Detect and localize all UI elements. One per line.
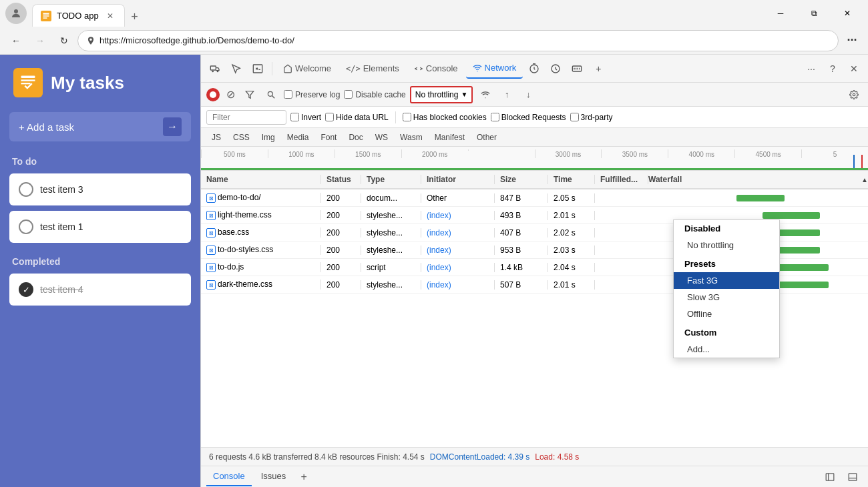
row-time: 2.02 s xyxy=(548,228,595,237)
tab-close-button[interactable]: ✕ xyxy=(104,10,116,22)
resource-type-font[interactable]: Font xyxy=(315,131,342,143)
add-tools-button[interactable]: + xyxy=(588,59,608,79)
throttle-dropdown[interactable]: No throttling ▼ xyxy=(410,86,473,103)
inspect-element-button[interactable] xyxy=(226,59,246,79)
export-har-button[interactable]: ↓ xyxy=(519,86,537,103)
waterfall-sort-icon[interactable]: ▲ xyxy=(861,176,868,183)
window-controls-left xyxy=(5,3,27,24)
resource-type-doc[interactable]: Doc xyxy=(343,131,368,143)
device-emulation-button[interactable] xyxy=(205,59,225,79)
task-item[interactable]: test item 3 xyxy=(9,173,191,205)
col-header-waterfall[interactable]: Waterfall ▲ xyxy=(648,175,868,184)
col-header-time[interactable]: Time xyxy=(548,175,595,184)
console-drawer-button[interactable] xyxy=(248,59,268,79)
row-initiator: (index) xyxy=(421,263,495,272)
menu-item-add[interactable]: Add... xyxy=(674,341,779,358)
completed-task-item[interactable]: ✓ test item 4 xyxy=(9,274,191,306)
add-task-label: + Add a task xyxy=(19,121,156,133)
user-avatar[interactable] xyxy=(5,3,27,24)
col-header-status[interactable]: Status xyxy=(321,175,361,184)
active-tab[interactable]: TODO app ✕ xyxy=(32,4,125,27)
add-task-button[interactable]: + Add a task → xyxy=(9,112,191,141)
tab-network[interactable]: Network xyxy=(466,59,523,79)
task-item[interactable]: test item 1 xyxy=(9,211,191,243)
svg-rect-5 xyxy=(21,79,35,81)
record-button[interactable] xyxy=(206,88,220,101)
tab-elements[interactable]: </> Elements xyxy=(339,59,406,79)
row-file-icon: ⊠ xyxy=(206,228,216,237)
restore-button[interactable]: ⧉ xyxy=(799,3,829,24)
search-network-button[interactable] xyxy=(262,86,280,103)
resource-type-other[interactable]: Other xyxy=(471,131,502,143)
task-checkbox-1[interactable] xyxy=(19,182,33,197)
forward-button[interactable]: → xyxy=(29,30,51,51)
blocked-requests-checkbox[interactable]: Blocked Requests xyxy=(491,113,566,122)
col-header-fulfilled[interactable]: Fulfilled... xyxy=(595,175,648,184)
network-settings-button[interactable] xyxy=(845,86,863,103)
menu-item-no-throttling[interactable]: No throttling xyxy=(674,237,779,254)
row-initiator: (index) xyxy=(421,211,495,220)
memory-button[interactable] xyxy=(567,59,587,79)
bottom-tab-console[interactable]: Console xyxy=(206,468,252,486)
minimize-button[interactable]: ─ xyxy=(765,3,796,24)
preserve-log-checkbox[interactable]: Preserve log xyxy=(284,90,340,99)
invert-filter-checkbox[interactable]: Invert xyxy=(290,113,321,122)
import-har-button[interactable]: ↑ xyxy=(498,86,515,103)
resource-type-img[interactable]: Img xyxy=(256,131,280,143)
third-party-checkbox[interactable]: 3rd-party xyxy=(570,113,613,122)
tab-welcome[interactable]: Welcome xyxy=(276,59,338,79)
help-button[interactable]: ? xyxy=(823,59,843,79)
tick-4000: 4000 ms xyxy=(668,149,734,158)
tab-bar: TODO app ✕ + xyxy=(32,0,760,27)
back-button[interactable]: ← xyxy=(5,30,27,51)
dom-content-loaded-text: DOMContentLoaded: 4.39 s xyxy=(430,452,529,462)
col-header-initiator[interactable]: Initiator xyxy=(421,175,495,184)
dock-to-bottom-button[interactable] xyxy=(843,467,863,487)
has-blocked-cookies-checkbox[interactable]: Has blocked cookies xyxy=(403,113,487,122)
hide-data-url-checkbox[interactable]: Hide data URL xyxy=(325,113,389,122)
bottom-tab-issues[interactable]: Issues xyxy=(254,468,293,486)
timeline-ruler: 500 ms 1000 ms 1500 ms 2000 ms 3000 ms 3… xyxy=(201,147,868,158)
resource-type-js[interactable]: JS xyxy=(206,131,226,143)
resource-type-css[interactable]: CSS xyxy=(228,131,255,143)
menu-item-offline[interactable]: Offline xyxy=(674,306,779,322)
row-file-icon: ⊠ xyxy=(206,193,216,203)
task-checkbox-2[interactable] xyxy=(19,219,33,234)
address-bar[interactable]: https://microsoftedge.github.io/Demos/de… xyxy=(77,30,839,51)
reload-button[interactable]: ↻ xyxy=(53,30,75,51)
filter-icon-button[interactable] xyxy=(241,86,258,103)
performance-insights-button[interactable] xyxy=(524,59,544,79)
network-row[interactable]: ⊠demo-to-do/ 200 docum... Other 847 B 2.… xyxy=(201,189,868,207)
svg-line-18 xyxy=(556,69,557,70)
col-header-type[interactable]: Type xyxy=(361,175,421,184)
tab-console[interactable]: Console xyxy=(407,59,465,79)
throttle-dropdown-menu[interactable]: Disabled No throttling Presets Fast 3G S… xyxy=(673,219,780,358)
menu-item-fast-3g[interactable]: Fast 3G xyxy=(674,272,779,289)
browser-more-button[interactable]: ··· xyxy=(841,30,863,51)
undock-panel-button[interactable] xyxy=(820,467,840,487)
row-time: 2.03 s xyxy=(548,246,595,255)
row-size: 1.4 kB xyxy=(495,263,548,272)
clear-network-button[interactable]: ⊘ xyxy=(224,88,237,101)
new-tab-button[interactable]: + xyxy=(125,7,145,27)
resource-type-ws[interactable]: WS xyxy=(370,131,393,143)
online-indicator-button[interactable] xyxy=(477,86,494,103)
close-button[interactable]: ✕ xyxy=(832,3,863,24)
close-devtools-button[interactable]: ✕ xyxy=(844,59,864,79)
more-tools-button[interactable]: ··· xyxy=(801,59,821,79)
timeline-green-line xyxy=(201,168,868,170)
row-type: styleshe... xyxy=(361,246,421,255)
bottom-add-tab-button[interactable]: + xyxy=(295,468,312,486)
disable-cache-checkbox[interactable]: Disable cache xyxy=(344,90,405,99)
application-button[interactable] xyxy=(546,59,566,79)
filter-input[interactable] xyxy=(206,110,286,125)
resource-type-manifest[interactable]: Manifest xyxy=(429,131,470,143)
row-status: 200 xyxy=(321,228,361,237)
menu-item-slow-3g[interactable]: Slow 3G xyxy=(674,289,779,306)
resource-type-wasm[interactable]: Wasm xyxy=(395,131,428,143)
row-type: script xyxy=(361,263,421,272)
task-checkbox-completed[interactable]: ✓ xyxy=(19,282,33,297)
col-header-size[interactable]: Size xyxy=(495,175,548,184)
col-header-name[interactable]: Name xyxy=(201,175,321,184)
resource-type-media[interactable]: Media xyxy=(282,131,314,143)
